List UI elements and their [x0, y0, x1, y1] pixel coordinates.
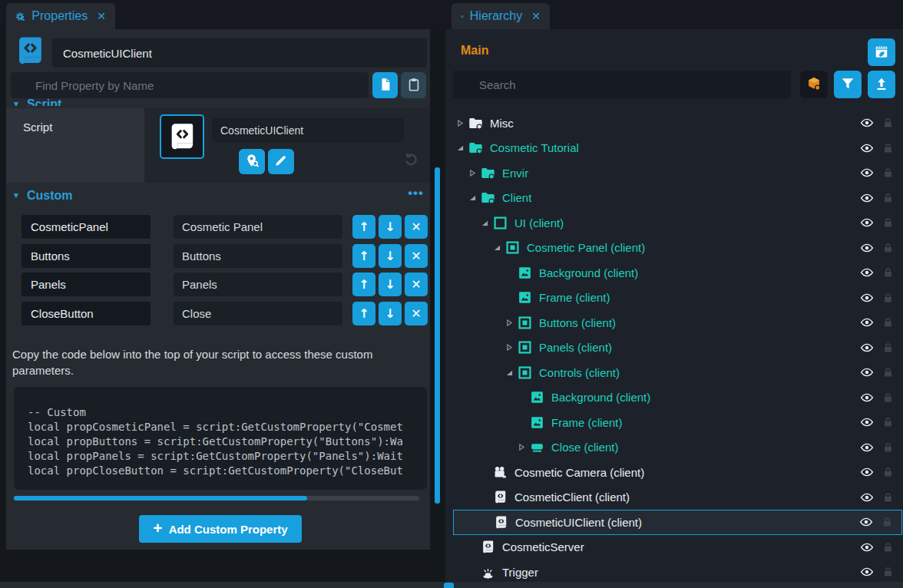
lock-icon[interactable]	[882, 566, 894, 578]
visibility-eye-icon[interactable]	[860, 291, 874, 305]
visibility-eye-icon[interactable]	[860, 540, 874, 554]
find-property-input[interactable]	[11, 72, 369, 98]
visibility-eye-icon[interactable]	[860, 266, 874, 279]
custom-property-value[interactable]: Buttons	[174, 244, 342, 268]
copy-properties-button[interactable]	[372, 72, 398, 98]
move-down-button[interactable]: ↓	[379, 302, 402, 325]
lock-icon[interactable]	[882, 266, 894, 279]
tree-row[interactable]: Cosmetic Camera (client)	[453, 460, 902, 485]
lock-icon[interactable]	[882, 466, 894, 478]
close-icon[interactable]: ✕	[531, 10, 541, 22]
visibility-eye-icon[interactable]	[860, 565, 874, 579]
visibility-eye-icon[interactable]	[860, 166, 874, 180]
group-mode-button[interactable]	[800, 71, 828, 98]
paste-properties-button[interactable]	[401, 72, 426, 98]
lock-icon[interactable]	[882, 292, 894, 304]
tree-row[interactable]: Panels (client)	[453, 335, 902, 361]
add-custom-property-button[interactable]: + Add Custom Property	[139, 515, 302, 543]
expand-arrow-icon[interactable]	[504, 319, 514, 326]
visibility-eye-icon[interactable]	[859, 515, 873, 529]
move-up-button[interactable]: ↑	[352, 244, 375, 268]
script-asset-thumbnail[interactable]	[160, 114, 204, 159]
section-menu-icon[interactable]: •••	[408, 186, 424, 201]
lock-icon[interactable]	[882, 491, 894, 504]
custom-property-value[interactable]: Cosmetic Panel	[174, 215, 342, 239]
close-icon[interactable]: ✕	[97, 10, 106, 22]
delete-property-button[interactable]: ✕	[405, 244, 428, 268]
visibility-eye-icon[interactable]	[860, 491, 874, 504]
tree-row[interactable]: Background (client)	[453, 385, 902, 411]
expand-arrow-icon[interactable]	[455, 120, 465, 127]
tree-row[interactable]: UI (client)	[453, 210, 902, 236]
expand-arrow-icon[interactable]	[455, 144, 465, 151]
custom-property-value[interactable]: Panels	[174, 273, 342, 296]
custom-property-value[interactable]: Close	[174, 302, 342, 325]
hierarchy-search-input[interactable]	[453, 71, 791, 98]
custom-section-header[interactable]: ▼Custom •••	[12, 189, 424, 206]
bottom-panel-scroll-accent[interactable]	[444, 583, 454, 588]
vertical-scrollbar-thumb[interactable]	[435, 167, 440, 504]
horizontal-scrollbar[interactable]	[14, 496, 419, 500]
lock-icon[interactable]	[882, 516, 893, 528]
tab-properties[interactable]: Properties ✕	[6, 3, 115, 29]
move-up-button[interactable]: ↑	[352, 273, 375, 296]
lock-icon[interactable]	[882, 316, 894, 329]
move-up-button[interactable]: ↑	[352, 215, 375, 239]
lock-icon[interactable]	[882, 541, 894, 553]
tree-row[interactable]: Misc	[453, 111, 902, 136]
move-down-button[interactable]: ↓	[379, 215, 402, 239]
lock-icon[interactable]	[882, 117, 894, 129]
horizontal-scrollbar-thumb[interactable]	[14, 496, 307, 500]
visibility-eye-icon[interactable]	[860, 441, 874, 454]
game-events-button[interactable]	[868, 38, 895, 66]
lock-icon[interactable]	[882, 441, 894, 454]
tree-row[interactable]: CosmeticClient (client)	[453, 485, 902, 510]
tab-hierarchy[interactable]: Hierarchy ✕	[452, 3, 550, 29]
move-down-button[interactable]: ↓	[379, 273, 402, 296]
visibility-eye-icon[interactable]	[860, 365, 874, 379]
tree-row[interactable]: CosmeticUIClient (client)	[453, 510, 902, 535]
tree-row[interactable]: CosmeticServer	[453, 535, 902, 560]
section-collapse-icon[interactable]: ▼	[12, 191, 20, 200]
lock-icon[interactable]	[882, 342, 894, 354]
visibility-eye-icon[interactable]	[860, 216, 874, 230]
delete-property-button[interactable]: ✕	[405, 302, 428, 325]
expand-arrow-icon[interactable]	[467, 170, 478, 177]
expand-arrow-icon[interactable]	[504, 344, 514, 351]
filter-button[interactable]	[834, 71, 862, 98]
tree-row[interactable]: Background (client)	[453, 260, 902, 286]
expand-arrow-icon[interactable]	[516, 444, 527, 451]
visibility-eye-icon[interactable]	[860, 116, 874, 130]
visibility-eye-icon[interactable]	[860, 315, 874, 329]
tree-row[interactable]: Cosmetic Tutorial	[453, 136, 902, 161]
expand-arrow-icon[interactable]	[479, 220, 490, 226]
tree-row[interactable]: Close (client)	[453, 435, 902, 461]
tree-row[interactable]: Buttons (client)	[453, 310, 902, 335]
lock-icon[interactable]	[882, 416, 894, 428]
visibility-eye-icon[interactable]	[860, 241, 874, 255]
visibility-eye-icon[interactable]	[860, 415, 874, 429]
expand-arrow-icon[interactable]	[467, 194, 478, 201]
tree-row[interactable]: Trigger	[453, 560, 902, 585]
expand-arrow-icon[interactable]	[491, 244, 502, 251]
move-up-button[interactable]: ↑	[352, 302, 375, 325]
tree-row[interactable]: Controls (client)	[453, 360, 902, 385]
tree-row[interactable]: Cosmetic Panel (client)	[453, 236, 902, 261]
visibility-eye-icon[interactable]	[860, 465, 874, 479]
delete-property-button[interactable]: ✕	[405, 215, 428, 239]
expand-arrow-icon[interactable]	[504, 369, 514, 376]
lock-icon[interactable]	[882, 391, 894, 404]
reset-property-icon[interactable]	[402, 150, 419, 167]
upload-button[interactable]	[868, 71, 895, 98]
tree-row[interactable]: Envir	[453, 160, 902, 186]
visibility-eye-icon[interactable]	[860, 191, 874, 205]
lock-icon[interactable]	[882, 216, 894, 229]
object-name-input[interactable]	[52, 38, 427, 68]
lock-icon[interactable]	[882, 366, 894, 378]
code-snippet-box[interactable]: -- Customlocal propCosmeticPanel = scrip…	[14, 387, 427, 490]
edit-script-button[interactable]	[268, 149, 294, 174]
lock-icon[interactable]	[882, 242, 894, 254]
find-in-scene-button[interactable]	[239, 149, 265, 174]
visibility-eye-icon[interactable]	[860, 391, 874, 405]
tree-row[interactable]: Frame (client)	[453, 286, 902, 311]
